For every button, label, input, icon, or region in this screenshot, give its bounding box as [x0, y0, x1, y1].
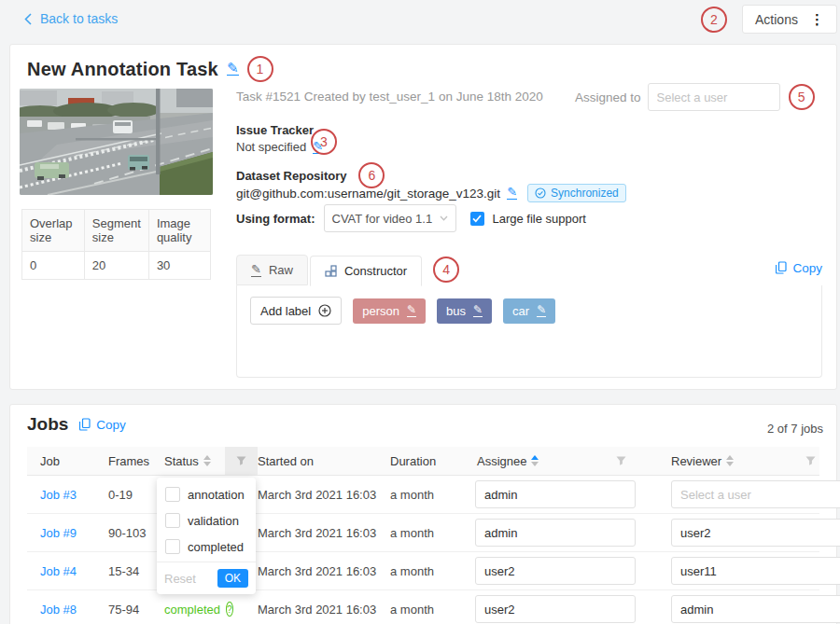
column-header-status[interactable]: Status: [164, 447, 225, 475]
job-frames: 0-19: [108, 488, 164, 502]
reviewer-input[interactable]: [671, 595, 840, 623]
reviewer-filter-button[interactable]: [805, 447, 816, 475]
back-to-tasks-link[interactable]: Back to tasks: [24, 11, 118, 26]
sort-carets-assignee[interactable]: [531, 455, 539, 466]
edit-repository-icon[interactable]: ✎: [507, 187, 517, 200]
using-format-label: Using format:: [236, 212, 315, 226]
label-chip-person[interactable]: person ✎: [353, 298, 426, 324]
job-started: March 3rd 2021 16:03: [258, 603, 390, 617]
job-duration: a month: [390, 564, 451, 578]
assigned-to-input[interactable]: [648, 83, 780, 111]
filter-icon: [805, 456, 816, 466]
checkbox-unchecked[interactable]: [165, 487, 180, 502]
param-value-segment: 20: [84, 252, 148, 280]
job-row: Job #4 15-34 March 3rd 2021 16:03 a mont…: [27, 552, 819, 590]
copy-labels-label: Copy: [792, 261, 822, 275]
reviewer-input[interactable]: [671, 557, 840, 585]
add-label-button[interactable]: Add label: [250, 297, 342, 325]
format-select-value: CVAT for video 1.1: [332, 212, 433, 226]
job-link[interactable]: Job #3: [40, 488, 77, 502]
sort-carets-status[interactable]: [203, 455, 211, 466]
job-frames: 90-103: [108, 526, 164, 540]
label-constructor-panel: Add label person ✎ bus ✎ car: [236, 285, 822, 378]
filter-option-validation[interactable]: validation: [157, 507, 256, 534]
column-header-job: Job: [27, 447, 108, 475]
issue-tracker-label: Issue Tracker: [236, 123, 314, 137]
caret-down-icon: [531, 462, 539, 466]
sort-carets-reviewer[interactable]: [726, 455, 734, 466]
question-circle-icon[interactable]: ?: [226, 602, 233, 617]
filter-option-label: validation: [188, 514, 239, 528]
more-icon: ⋮: [810, 11, 824, 28]
back-link-label: Back to tasks: [40, 11, 118, 26]
assigned-to-row: Assigned to 5: [575, 83, 815, 111]
task-title: New Annotation Task: [27, 59, 218, 80]
labels-tabs: ✎ Raw Constructor 4 Copy: [236, 256, 822, 286]
job-link[interactable]: Job #8: [40, 603, 77, 617]
edit-label-icon[interactable]: ✎: [407, 304, 416, 317]
tab-constructor[interactable]: Constructor: [310, 256, 422, 286]
filter-ok-button[interactable]: OK: [217, 569, 248, 588]
filter-option-label: completed: [188, 540, 244, 554]
label-chip-bus-name: bus: [446, 304, 466, 318]
checkbox-unchecked[interactable]: [165, 539, 180, 554]
assignee-filter-button[interactable]: [616, 447, 626, 475]
param-header-overlap: Overlap size: [22, 210, 85, 252]
dataset-repository-url: git@github.com:username/git_storage_v123…: [236, 187, 500, 201]
param-value-quality: 30: [148, 252, 210, 280]
column-header-reviewer[interactable]: Reviewer: [645, 447, 819, 475]
filter-reset-button[interactable]: Reset: [164, 572, 196, 586]
jobs-card: Jobs Copy 2 of 7 jobs Job Frames Status: [9, 404, 837, 624]
job-started: March 3rd 2021 16:03: [258, 526, 390, 540]
caret-down-icon: [726, 462, 734, 466]
large-file-support-checkbox[interactable]: [470, 212, 484, 226]
assignee-input[interactable]: [475, 480, 636, 508]
copy-jobs-link[interactable]: Copy: [79, 418, 126, 432]
filter-icon: [236, 456, 246, 466]
reviewer-input[interactable]: [671, 480, 840, 508]
copy-labels-link[interactable]: Copy: [776, 261, 822, 275]
column-header-started: Started on: [258, 447, 390, 475]
tab-raw[interactable]: ✎ Raw: [236, 255, 308, 285]
job-row: Job #8 75-94 completed ? March 3rd 2021 …: [27, 590, 819, 624]
assignee-input[interactable]: [475, 519, 636, 547]
chevron-down-icon: [440, 215, 448, 221]
column-header-status-label: Status: [164, 454, 199, 468]
column-header-frames: Frames: [108, 447, 164, 475]
job-duration: a month: [390, 488, 451, 502]
filter-option-label: annotation: [188, 488, 245, 502]
job-frames: 15-34: [108, 564, 164, 578]
job-duration: a month: [390, 526, 451, 540]
edit-label-icon[interactable]: ✎: [473, 304, 483, 317]
sync-status-badge[interactable]: Synchronized: [527, 184, 626, 202]
actions-button[interactable]: Actions ⋮: [742, 5, 837, 34]
large-file-support-label: Large file support: [493, 212, 586, 226]
edit-label-icon[interactable]: ✎: [537, 304, 546, 317]
job-link[interactable]: Job #4: [40, 564, 77, 578]
format-select[interactable]: CVAT for video 1.1: [324, 204, 456, 232]
copy-icon: [776, 261, 787, 274]
status-filter-button[interactable]: [225, 447, 258, 475]
assignee-input[interactable]: [475, 557, 636, 585]
job-link[interactable]: Job #9: [40, 526, 77, 540]
assignee-input[interactable]: [475, 595, 636, 623]
status-filter-dropdown: annotation validation completed Reset OK: [157, 478, 256, 594]
plus-circle-icon: [318, 304, 331, 317]
reviewer-input[interactable]: [671, 519, 840, 547]
checkbox-unchecked[interactable]: [165, 513, 180, 528]
job-started: March 3rd 2021 16:03: [258, 564, 390, 578]
filter-option-annotation[interactable]: annotation: [157, 481, 256, 507]
dataset-repository-label: Dataset Repository: [236, 169, 346, 183]
task-page: Back to tasks 2 Actions ⋮ New Annotation…: [0, 0, 840, 624]
label-chip-bus[interactable]: bus ✎: [437, 298, 492, 324]
annotation-circle-2: 2: [701, 7, 727, 33]
job-status: completed: [164, 603, 220, 617]
add-label-button-label: Add label: [260, 304, 311, 318]
filter-option-completed[interactable]: completed: [157, 534, 256, 560]
task-meta: Task #1521 Created by test_user_1 on Jun…: [236, 90, 543, 104]
column-header-duration: Duration: [390, 447, 451, 475]
copy-jobs-label: Copy: [96, 418, 126, 432]
label-chip-car[interactable]: car ✎: [503, 298, 555, 324]
column-header-assignee[interactable]: Assignee: [451, 447, 645, 475]
edit-title-icon[interactable]: ✎: [227, 62, 239, 76]
